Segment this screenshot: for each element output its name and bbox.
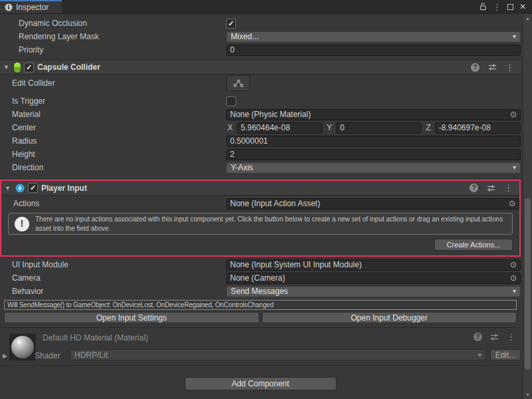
radius-field[interactable]: 0.5000001 [226, 136, 521, 147]
add-component-row: Add Component [0, 377, 521, 390]
maximize-icon[interactable] [507, 4, 513, 10]
row-height: Height 2 [0, 148, 521, 161]
no-actions-warning-box: ! There are no input actions associated … [8, 213, 513, 235]
capsule-collider-title: Capsule Collider [37, 63, 100, 72]
row-is-trigger: Is Trigger [0, 94, 521, 108]
priority-label: Priority [19, 45, 226, 55]
kebab-menu-icon[interactable]: ⋮ [505, 63, 514, 72]
chevron-down-icon: ▾ [478, 352, 481, 358]
camera-value: None (Camera) [230, 273, 285, 283]
dynamic-occlusion-label: Dynamic Occlusion [19, 19, 226, 28]
behavior-dropdown[interactable]: Send Messages ▾ [226, 286, 521, 297]
center-label: Center [12, 123, 226, 132]
x-axis-label: X [226, 123, 234, 132]
row-radius: Radius 0.5000001 [0, 134, 521, 148]
y-axis-label: Y [325, 123, 333, 132]
kebab-menu-icon[interactable]: ⋮ [507, 332, 515, 341]
chevron-down-icon: ▾ [513, 288, 516, 295]
create-actions-button[interactable]: Create Actions... [434, 239, 513, 251]
chevron-down-icon: ▾ [513, 164, 516, 171]
help-icon[interactable]: ? [469, 184, 478, 192]
player-input-icon [15, 184, 25, 193]
input-buttons-row: Open Input Settings Open Input Debugger [4, 312, 517, 323]
material-object-field[interactable]: None (Physic Material) ⊙ [226, 109, 521, 120]
shader-value: HDRP/Lit [74, 350, 108, 360]
tab-inspector[interactable]: Inspector [0, 0, 62, 13]
ui-input-module-object-field[interactable]: None (Input System UI Input Module) ⊙ [226, 259, 521, 271]
help-icon[interactable]: ? [473, 332, 482, 341]
window-controls: ⋮ ✕ [479, 0, 532, 13]
send-message-info-box: Will SendMessage() to GameObject: OnDevi… [4, 300, 517, 310]
dynamic-occlusion-checkbox[interactable]: ✓ [226, 19, 236, 29]
player-input-header[interactable]: ▼ ✓ Player Input ? ⋮ [1, 181, 519, 196]
exclamation-icon: ! [15, 217, 29, 231]
direction-dropdown[interactable]: Y-Axis ▾ [226, 162, 521, 174]
shader-edit-button[interactable]: Edit... [490, 349, 521, 360]
scrollbar-thumb[interactable] [525, 198, 531, 370]
object-picker-icon[interactable]: ⊙ [510, 274, 517, 282]
tab-title: Inspector [16, 3, 49, 12]
tab-menu-icon[interactable]: ⋮ [493, 3, 501, 11]
inspector-content: Dynamic Occlusion ✓ Rendering Layer Mask… [0, 14, 523, 399]
capsule-collider-header[interactable]: ▼ ✓ Capsule Collider ? ⋮ [0, 60, 521, 74]
object-picker-icon[interactable]: ⊙ [510, 261, 517, 269]
info-icon [5, 3, 13, 11]
row-actions: Actions None (Input Action Asset) ⊙ [1, 197, 519, 210]
shader-dropdown[interactable]: HDRP/Lit ▾ [70, 349, 486, 360]
row-center: Center X 5.960464e-08 Y 0 Z -8.940697e-0… [0, 121, 521, 134]
actions-label: Actions [13, 199, 226, 208]
add-component-button[interactable]: Add Component [185, 377, 336, 390]
player-input-enabled-checkbox[interactable]: ✓ [28, 183, 38, 193]
foldout-open-icon[interactable]: ▼ [3, 64, 11, 70]
open-input-settings-button[interactable]: Open Input Settings [4, 312, 259, 323]
is-trigger-label: Is Trigger [12, 96, 226, 106]
height-label: Height [12, 150, 226, 159]
row-priority: Priority 0 [0, 43, 521, 57]
object-picker-icon[interactable]: ⊙ [510, 110, 517, 118]
actions-object-field[interactable]: None (Input Action Asset) ⊙ [226, 198, 519, 209]
foldout-closed-icon[interactable]: ▶ [3, 352, 7, 359]
rendering-layer-mask-dropdown[interactable]: Mixed... ▾ [226, 31, 521, 43]
center-x-field[interactable]: 5.960464e-08 [237, 122, 323, 134]
tab-bar: Inspector ⋮ ✕ [0, 0, 532, 14]
unlock-icon[interactable] [479, 3, 487, 11]
ui-input-module-label: UI Input Module [12, 260, 226, 269]
center-z-field[interactable]: -8.940697e-08 [435, 122, 521, 134]
row-ui-input-module: UI Input Module None (Input System UI In… [0, 258, 521, 271]
z-axis-label: Z [424, 123, 432, 132]
open-input-debugger-button[interactable]: Open Input Debugger [262, 312, 517, 323]
scroll-up-icon[interactable]: ▲ [523, 16, 532, 21]
priority-field[interactable]: 0 [226, 45, 521, 56]
foldout-open-icon[interactable]: ▼ [5, 185, 12, 192]
player-input-title: Player Input [41, 184, 87, 193]
player-input-highlight-section: ▼ ✓ Player Input ? ⋮ Actions None (Input… [0, 180, 521, 257]
row-dynamic-occlusion: Dynamic Occlusion ✓ [0, 17, 521, 30]
is-trigger-checkbox[interactable] [226, 96, 236, 106]
material-sphere-preview [11, 336, 34, 358]
direction-label: Direction [12, 163, 226, 172]
height-field[interactable]: 2 [226, 149, 521, 160]
close-icon[interactable]: ✕ [519, 3, 526, 11]
capsule-collider-icon [14, 63, 21, 72]
camera-object-field[interactable]: None (Camera) ⊙ [226, 273, 521, 284]
presets-icon[interactable] [488, 63, 497, 71]
row-camera: Camera None (Camera) ⊙ [0, 271, 521, 285]
material-header-icons: ? ⋮ [473, 332, 515, 341]
edit-collider-label: Edit Collider [12, 78, 226, 88]
center-y-field[interactable]: 0 [336, 122, 422, 134]
capsule-collider-enabled-checkbox[interactable]: ✓ [24, 63, 34, 72]
vertical-scrollbar[interactable]: ▲ ▼ [523, 14, 532, 399]
inspector-window: Inspector ⋮ ✕ Dynamic Occlusion ✓ Render… [0, 0, 532, 399]
ui-input-module-value: None (Input System UI Input Module) [230, 260, 362, 269]
row-edit-collider: Edit Collider [0, 74, 521, 92]
scroll-down-icon[interactable]: ▼ [523, 392, 532, 397]
material-preview-thumbnail[interactable] [9, 334, 36, 360]
edit-collider-button[interactable] [226, 75, 250, 91]
object-picker-icon[interactable]: ⊙ [509, 200, 515, 207]
presets-icon[interactable] [490, 333, 499, 341]
presets-icon[interactable] [487, 184, 495, 192]
material-value: None (Physic Material) [230, 110, 311, 119]
kebab-menu-icon[interactable]: ⋮ [504, 184, 513, 192]
help-icon[interactable]: ? [471, 63, 479, 72]
row-direction: Direction Y-Axis ▾ [0, 161, 521, 174]
